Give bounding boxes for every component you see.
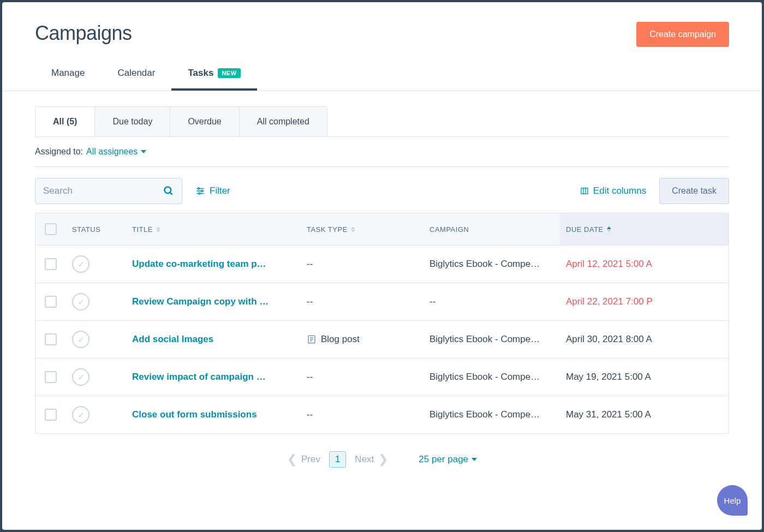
due-date-text: May 19, 2021 5:00 A: [566, 372, 651, 382]
next-label: Next: [355, 454, 374, 465]
row-type-cell: --: [300, 246, 423, 283]
row-checkbox-cell: [35, 396, 65, 433]
svg-point-5: [198, 188, 200, 189]
row-checkbox[interactable]: [45, 409, 57, 421]
tab-label: Tasks: [188, 68, 213, 79]
status-toggle[interactable]: ✓: [72, 255, 89, 273]
pagination: ❮ Prev 1 Next ❯ 25 per page: [35, 434, 729, 485]
assigned-dropdown[interactable]: All assignees: [86, 147, 146, 157]
sort-icon: [607, 226, 611, 232]
svg-rect-8: [581, 188, 588, 194]
row-status-cell: ✓: [65, 321, 126, 358]
row-type-cell: --: [300, 283, 423, 320]
due-date-text: April 30, 2021 8:00 A: [566, 334, 652, 345]
table-row: ✓Review impact of campaign …--Biglytics …: [35, 358, 729, 396]
task-title-link[interactable]: Update co-marketing team p…: [132, 259, 266, 270]
row-status-cell: ✓: [65, 246, 126, 283]
check-icon: ✓: [77, 372, 85, 382]
row-status-cell: ✓: [65, 283, 126, 320]
assigned-label: Assigned to:: [35, 147, 83, 157]
table-row: ✓Close out form submissions--Biglytics E…: [35, 396, 729, 433]
prev-button[interactable]: ❮ Prev: [287, 452, 320, 467]
header-due-label: DUE DATE: [566, 225, 604, 234]
status-toggle[interactable]: ✓: [72, 331, 89, 348]
header-task-type[interactable]: TASK TYPE: [300, 213, 423, 245]
row-due-cell: May 31, 2021 5:00 A: [559, 396, 729, 433]
tab-tasks[interactable]: Tasks NEW: [171, 60, 256, 91]
per-page-dropdown[interactable]: 25 per page: [419, 454, 477, 465]
row-type-cell: Blog post: [300, 321, 423, 358]
row-due-cell: April 30, 2021 8:00 A: [559, 321, 729, 358]
filter-button[interactable]: Filter: [195, 186, 230, 196]
status-toggle[interactable]: ✓: [72, 406, 89, 423]
header-due-date[interactable]: DUE DATE: [559, 213, 729, 245]
task-title-link[interactable]: Close out form submissions: [132, 409, 257, 420]
tasks-table: STATUS TITLE TASK TYPE CAMPAIGN DUE DATE…: [35, 213, 729, 434]
assigned-value: All assignees: [86, 147, 138, 157]
row-checkbox[interactable]: [45, 371, 57, 383]
task-type-text: --: [307, 259, 313, 270]
columns-icon: [580, 187, 589, 195]
header-status[interactable]: STATUS: [65, 213, 126, 245]
chevron-right-icon: ❯: [378, 452, 388, 467]
svg-point-7: [199, 193, 200, 194]
row-status-cell: ✓: [65, 396, 126, 433]
assigned-to-row: Assigned to: All assignees: [35, 137, 729, 166]
caret-down-icon: [471, 458, 477, 461]
tab-calendar[interactable]: Calendar: [101, 60, 171, 91]
task-title-link[interactable]: Add social Images: [132, 334, 213, 345]
edit-columns-button[interactable]: Edit columns: [580, 186, 646, 196]
row-checkbox[interactable]: [45, 296, 57, 308]
filter-tab-completed[interactable]: All completed: [240, 107, 327, 136]
row-checkbox[interactable]: [45, 333, 57, 345]
create-campaign-button[interactable]: Create campaign: [636, 22, 729, 47]
header-campaign[interactable]: CAMPAIGN: [423, 213, 559, 245]
row-title-cell: Add social Images: [126, 321, 300, 358]
row-checkbox[interactable]: [45, 258, 57, 270]
select-all-checkbox[interactable]: [45, 223, 57, 235]
chevron-left-icon: ❮: [287, 452, 297, 467]
filter-tab-all[interactable]: All (5): [35, 107, 95, 136]
table-row: ✓Add social ImagesBlog postBiglytics Ebo…: [35, 321, 729, 358]
task-title-link[interactable]: Review Campaign copy with …: [132, 296, 268, 307]
page-title: Campaigns: [35, 22, 132, 45]
search-icon: [163, 186, 174, 196]
next-button[interactable]: Next ❯: [355, 452, 388, 467]
row-due-cell: April 12, 2021 5:00 A: [559, 246, 729, 283]
row-checkbox-cell: [35, 358, 65, 396]
toolbar: Filter Edit columns Create task: [35, 166, 729, 213]
search-input[interactable]: [43, 186, 163, 196]
task-title-link[interactable]: Review impact of campaign …: [132, 372, 266, 382]
check-icon: ✓: [77, 334, 85, 345]
filter-tabs: All (5) Due today Overdue All completed: [35, 106, 327, 136]
task-type-text: --: [307, 372, 313, 382]
row-campaign-cell: Biglytics Ebook - Compe…: [423, 358, 559, 396]
prev-label: Prev: [301, 454, 320, 465]
task-type-text: --: [307, 296, 313, 307]
campaign-text: Biglytics Ebook - Compe…: [429, 259, 540, 270]
status-toggle[interactable]: ✓: [72, 293, 89, 310]
create-task-button[interactable]: Create task: [659, 178, 729, 204]
caret-down-icon: [141, 150, 146, 153]
filter-tab-overdue[interactable]: Overdue: [170, 107, 239, 136]
help-button[interactable]: Help: [717, 485, 748, 516]
table-row: ✓Update co-marketing team p…--Biglytics …: [35, 246, 729, 283]
app-window: Campaigns Create campaign Manage Calenda…: [2, 2, 762, 530]
svg-point-0: [165, 187, 171, 194]
campaign-text: --: [429, 296, 435, 307]
tab-manage[interactable]: Manage: [35, 60, 101, 91]
search-box[interactable]: [35, 178, 182, 204]
header-title[interactable]: TITLE: [126, 213, 300, 245]
filter-tab-due-today[interactable]: Due today: [95, 107, 170, 136]
blog-post-icon: [307, 334, 317, 344]
due-date-text: May 31, 2021 5:00 A: [566, 409, 651, 420]
sort-icon: [156, 226, 160, 232]
check-icon: ✓: [77, 297, 85, 307]
task-type-text: --: [307, 409, 313, 420]
row-title-cell: Review Campaign copy with …: [126, 283, 300, 320]
sliders-icon: [195, 186, 205, 196]
row-due-cell: May 19, 2021 5:00 A: [559, 358, 729, 396]
row-due-cell: April 22, 2021 7:00 P: [559, 283, 729, 320]
status-toggle[interactable]: ✓: [72, 368, 89, 386]
current-page[interactable]: 1: [329, 451, 346, 468]
